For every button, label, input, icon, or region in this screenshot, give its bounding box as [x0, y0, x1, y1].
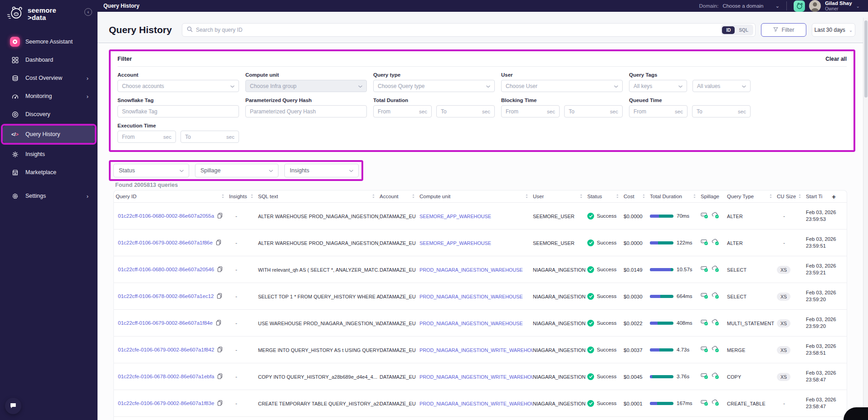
sidebar-item-settings[interactable]: Settings› — [3, 187, 95, 205]
compute-unit-link[interactable]: PROD_NIAGARA_INGESTION_WRITE_WAREHOUSE — [419, 374, 533, 380]
range-input-field[interactable] — [122, 134, 148, 140]
range-input-field[interactable] — [506, 108, 532, 115]
query-id-link[interactable]: 01c22cfe-0106-0679-0002-86e607a1f842 — [118, 347, 214, 352]
column-header-user[interactable]: User — [533, 194, 587, 200]
table-row[interactable]: 01c22cfe-0106-0679-0002-86e607a1f832-USE… — [114, 417, 847, 420]
filter-select[interactable]: Choose Query type — [373, 80, 495, 92]
table-row[interactable]: 01c22cfe-0106-0679-0002-86e607a1f842-MER… — [114, 337, 847, 363]
query-id-link[interactable]: 01c22cff-0106-0678-0002-86e607a1ec12 — [118, 293, 214, 299]
sidebar-item-seemore-assistant[interactable]: Seemore Assistant — [3, 33, 95, 50]
range-input-field[interactable] — [697, 108, 723, 115]
filter-select[interactable]: Choose accounts — [117, 80, 239, 92]
compute-unit-link[interactable]: SEEMORE_APP_WAREHOUSE — [419, 240, 491, 246]
filter-select[interactable]: All keys — [629, 80, 687, 92]
table-row[interactable]: 01c22cfe-0106-0678-0002-86e607a1ebfa-COP… — [114, 363, 847, 390]
sidebar-item-marketplace[interactable]: Marketplace — [3, 164, 95, 181]
sort-icon[interactable] — [693, 194, 696, 200]
vertical-scrollbar[interactable] — [863, 18, 868, 420]
sort-icon[interactable] — [642, 194, 645, 200]
column-header-compute-unit[interactable]: Compute unit — [419, 194, 533, 200]
filter-select[interactable]: All values — [692, 80, 751, 92]
cu-size-badge: XS — [777, 266, 790, 274]
chat-launcher-button[interactable] — [5, 398, 21, 414]
column-header-account[interactable]: Account — [380, 194, 419, 200]
column-header-cost[interactable]: Cost — [624, 194, 650, 200]
compute-unit-link[interactable]: PROD_NIAGARA_INGESTION_WRITE_WAREHOUSE — [419, 347, 533, 353]
scrollbar-thumb[interactable] — [864, 20, 868, 98]
filter-text-input[interactable] — [122, 108, 234, 115]
copy-icon[interactable] — [217, 400, 223, 407]
quick-filter-spillage[interactable]: Spillage — [195, 164, 278, 177]
compute-unit-link[interactable]: SEEMORE_APP_WAREHOUSE — [419, 214, 491, 219]
sidebar-item-cost-overview[interactable]: Cost Overview› — [3, 69, 95, 87]
clear-all-button[interactable]: Clear all — [825, 56, 847, 62]
query-id-link[interactable]: 01c22cff-0106-0680-0002-86e607a20546 — [118, 267, 214, 272]
sort-icon[interactable] — [372, 194, 375, 200]
sidebar-item-discovery[interactable]: Discovery — [3, 106, 95, 123]
filter-button[interactable]: Filter — [761, 23, 806, 37]
column-header-insights[interactable]: Insights — [229, 194, 258, 200]
sidebar-item-dashboard[interactable]: Dashboard — [3, 51, 95, 68]
quick-filter-insights[interactable]: Insights — [284, 164, 359, 177]
range-input-field[interactable] — [185, 134, 211, 140]
table-row[interactable]: 01c22cff-0106-0679-0002-86e607a1f84e-USE… — [114, 310, 847, 337]
date-range-select[interactable]: Last 30 days ⌄ — [812, 23, 855, 37]
sort-icon[interactable] — [525, 194, 528, 200]
column-header-query-type[interactable]: Query Type — [727, 194, 777, 200]
table-row[interactable]: 01c22cff-0106-0679-0002-86e607a1f86e-ALT… — [114, 230, 847, 256]
filter-text-input[interactable] — [250, 108, 362, 115]
table-row[interactable]: 01c22cff-0106-0678-0002-86e607a1ec12-SEL… — [114, 283, 847, 310]
filter-select[interactable]: Choose Infra group — [245, 80, 367, 92]
query-id-link[interactable]: 01c22cff-0106-0679-0002-86e607a1f86e — [118, 240, 213, 245]
domain-select[interactable]: Choose a domain ⌄ — [722, 3, 780, 9]
sidebar-collapse-button[interactable]: ‹ — [84, 8, 92, 16]
copy-icon[interactable] — [217, 293, 222, 300]
copy-icon[interactable] — [216, 239, 221, 247]
sidebar-item-query-history[interactable]: </>Query History — [3, 126, 95, 143]
range-input-field[interactable] — [569, 108, 595, 115]
toggle-id-option[interactable]: ID — [722, 26, 735, 34]
sidebar-item-monitoring[interactable]: Monitoring› — [3, 88, 95, 105]
search-input[interactable] — [196, 27, 718, 33]
copy-icon[interactable] — [216, 319, 221, 327]
copy-icon[interactable] — [217, 266, 223, 273]
compute-unit-link[interactable]: PROD_NIAGARA_INGESTION_WAREHOUSE — [419, 294, 523, 299]
copy-icon[interactable] — [217, 346, 223, 354]
table-row[interactable]: 01c22cff-0106-0680-0002-86e607a2055a-ALT… — [114, 203, 847, 230]
filter-select[interactable]: Choose User — [501, 80, 623, 92]
sort-icon[interactable] — [616, 194, 619, 200]
column-header-cu-size[interactable]: CU Size — [777, 194, 806, 200]
column-header-status[interactable]: Status — [587, 194, 624, 200]
compute-unit-link[interactable]: PROD_NIAGARA_INGESTION_WRITE_WAREHOUSE — [419, 401, 533, 406]
sort-icon[interactable] — [580, 194, 583, 200]
workspace-icon[interactable] — [794, 0, 805, 12]
copy-icon[interactable] — [217, 212, 223, 220]
sort-icon[interactable] — [412, 194, 415, 200]
toggle-sql-option[interactable]: SQL — [735, 26, 752, 34]
column-header-total-duration[interactable]: Total Duration — [650, 194, 701, 200]
compute-unit-link[interactable]: PROD_NIAGARA_INGESTION_WAREHOUSE — [419, 267, 523, 273]
add-column-button[interactable]: + — [831, 193, 837, 200]
query-id-link[interactable]: 01c22cff-0106-0680-0002-86e607a2055a — [118, 213, 214, 219]
sidebar-item-insights[interactable]: Insights — [3, 146, 95, 163]
avatar[interactable] — [809, 0, 821, 12]
table-row[interactable]: 01c22cfe-0106-0679-0002-86e607a1f83e-CRE… — [114, 390, 847, 417]
sort-icon[interactable] — [221, 194, 224, 200]
query-id-link[interactable]: 01c22cfe-0106-0678-0002-86e607a1ebfa — [118, 374, 214, 379]
table-row[interactable]: 01c22cff-0106-0680-0002-86e607a20546-WIT… — [114, 256, 847, 283]
sort-icon[interactable] — [798, 194, 801, 200]
quick-filter-label: Spillage — [200, 167, 220, 174]
range-input-field[interactable] — [634, 108, 660, 115]
column-header-sql-text[interactable]: SQL text — [258, 194, 380, 200]
quick-filter-status[interactable]: Status — [113, 164, 189, 177]
sort-icon[interactable] — [250, 194, 254, 200]
compute-unit-link[interactable]: PROD_NIAGARA_INGESTION_WAREHOUSE — [419, 321, 523, 326]
query-id-link[interactable]: 01c22cfe-0106-0679-0002-86e607a1f83e — [118, 400, 214, 406]
sort-icon[interactable] — [769, 194, 772, 200]
user-menu-chevron-icon[interactable]: ⌄ — [856, 4, 860, 9]
column-header-query-id[interactable]: Query ID — [116, 194, 229, 200]
query-id-link[interactable]: 01c22cff-0106-0679-0002-86e607a1f84e — [118, 320, 213, 326]
copy-icon[interactable] — [217, 373, 223, 381]
range-input-field[interactable] — [378, 108, 404, 115]
range-input-field[interactable] — [441, 108, 467, 115]
